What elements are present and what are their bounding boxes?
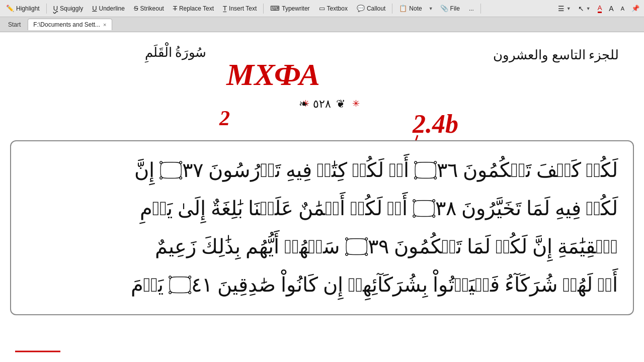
callout-icon: 💬 xyxy=(357,5,365,12)
document-content: МХФА ✳ ✳ 2.4b 2 р 2 1 9 o 9 xyxy=(0,32,644,362)
tabbar: Start F:\Documents and Sett... × xyxy=(0,17,644,32)
highlight-label: Highlight xyxy=(16,5,40,12)
pointer-chevron: ▼ xyxy=(586,6,591,11)
pointer-icon: ↖ xyxy=(578,5,584,13)
highlight-tool[interactable]: ✏️ Highlight xyxy=(2,3,44,14)
quran-line-3: ٱلۡقِيَٰمَةِ إِنَّ لَكُمۡ لَمَا تَحۡكُمُ… xyxy=(26,228,618,266)
toolbar-right: ☰ ▼ ↖ ▼ A A A 📌 xyxy=(555,3,642,15)
tab-close-btn[interactable]: × xyxy=(103,22,106,28)
squiggly-icon: U xyxy=(53,5,58,12)
strikeout-icon: S xyxy=(134,5,138,12)
page-ornament-right: ❦ xyxy=(336,98,345,111)
start-tab[interactable]: Start xyxy=(2,19,27,30)
replace-text-label: Replace Text xyxy=(179,5,214,12)
more-tools-btn[interactable]: ... xyxy=(465,4,478,14)
separator-3 xyxy=(392,4,392,14)
insert-text-icon: T̲ xyxy=(223,5,227,12)
textbox-icon: ▭ xyxy=(319,5,325,12)
insert-text-tool[interactable]: T̲ Insert Text xyxy=(219,3,261,14)
list-icon: ☰ xyxy=(558,5,565,13)
callout-tool[interactable]: 💬 Callout xyxy=(353,3,389,14)
page-ornament-left: ❧ xyxy=(299,98,308,111)
text-size-down-btn[interactable]: A xyxy=(618,4,627,13)
underline-tool[interactable]: U Underline xyxy=(88,3,129,14)
insert-text-label: Insert Text xyxy=(229,5,257,12)
list-chevron: ▼ xyxy=(567,6,571,11)
surah-name: سُورَةُ الْقَلَمِ xyxy=(145,45,207,60)
squiggly-label: Squiggly xyxy=(60,5,83,12)
text-size-up-btn[interactable]: A xyxy=(606,3,616,14)
textbox-label: Textbox xyxy=(327,5,348,12)
text-size-up-icon: A xyxy=(609,5,613,13)
squiggly-tool[interactable]: U Squiggly xyxy=(49,3,87,14)
list-icon-btn[interactable]: ☰ ▼ xyxy=(555,3,574,14)
note-chevron-icon: ▼ xyxy=(429,6,433,11)
separator-1 xyxy=(46,4,47,14)
strikeout-label: Strikeout xyxy=(140,5,164,12)
juz-label: للجزء التاسع والعشرون xyxy=(493,48,619,62)
document-tab[interactable]: F:\Documents and Sett... × xyxy=(28,19,112,30)
quran-line-2: لَكُمۡ فِيهِ لَمَا تَخَيَّرُونَ ۝٣٨ أَمۡ… xyxy=(26,190,618,228)
pin-icon: 📌 xyxy=(631,5,639,12)
document-tab-label: F:\Documents and Sett... xyxy=(33,21,100,28)
replace-text-icon: T̶ xyxy=(173,5,177,12)
typewriter-tool[interactable]: ⌨ Typewriter xyxy=(266,3,313,14)
note-group: 📋 Note ▼ xyxy=(395,3,435,14)
note-tool[interactable]: 📋 Note xyxy=(395,3,426,14)
replace-text-tool[interactable]: T̶ Replace Text xyxy=(169,3,218,14)
doc-header: للجزء التاسع والعشرون ❧ ٥٢٨ ❦ سُورَةُ ال… xyxy=(10,37,634,138)
callout-label: Callout xyxy=(367,5,385,12)
pin-btn[interactable]: 📌 xyxy=(629,3,642,14)
main-content: МХФА ✳ ✳ 2.4b 2 р 2 1 9 o 9 xyxy=(0,32,644,362)
quran-line-1: لَكُمۡ كَيۡفَ تَحۡكُمُونَ ۝٣٦ أَمۡ لَكُم… xyxy=(26,151,618,190)
file-tool[interactable]: 📎 File xyxy=(436,3,464,14)
underline-icon: U xyxy=(92,5,97,12)
toolbar: ✏️ Highlight U Squiggly U Underline S St… xyxy=(0,0,644,17)
quran-text-box: لَكُمۡ كَيۡفَ تَحۡكُمُونَ ۝٣٦ أَمۡ لَكُم… xyxy=(10,140,634,315)
text-size-down-icon: A xyxy=(621,6,624,12)
font-color-icon: A xyxy=(598,4,602,13)
file-icon: 📎 xyxy=(440,5,448,12)
highlight-icon: ✏️ xyxy=(6,5,14,12)
more-icon: ... xyxy=(469,5,474,12)
note-icon: 📋 xyxy=(399,5,407,12)
quran-line-4: أَمۡ لَهُمۡ شُرَكَآءُ فَلۡيَأۡتُواْ بِشُ… xyxy=(26,266,618,304)
font-color-btn[interactable]: A xyxy=(595,3,605,15)
typewriter-icon: ⌨ xyxy=(270,5,280,12)
underline-label: Underline xyxy=(99,5,125,12)
pointer-tool-btn[interactable]: ↖ ▼ xyxy=(576,3,593,14)
note-label: Note xyxy=(409,5,422,12)
textbox-tool[interactable]: ▭ Textbox xyxy=(315,3,352,14)
note-chevron-btn[interactable]: ▼ xyxy=(427,5,435,13)
typewriter-label: Typewriter xyxy=(282,5,309,12)
strikeout-tool[interactable]: S Strikeout xyxy=(130,3,168,14)
file-label: File xyxy=(450,5,460,12)
separator-2 xyxy=(263,4,264,14)
separator-4 xyxy=(480,4,481,14)
page-number: ٥٢٨ xyxy=(313,98,331,111)
